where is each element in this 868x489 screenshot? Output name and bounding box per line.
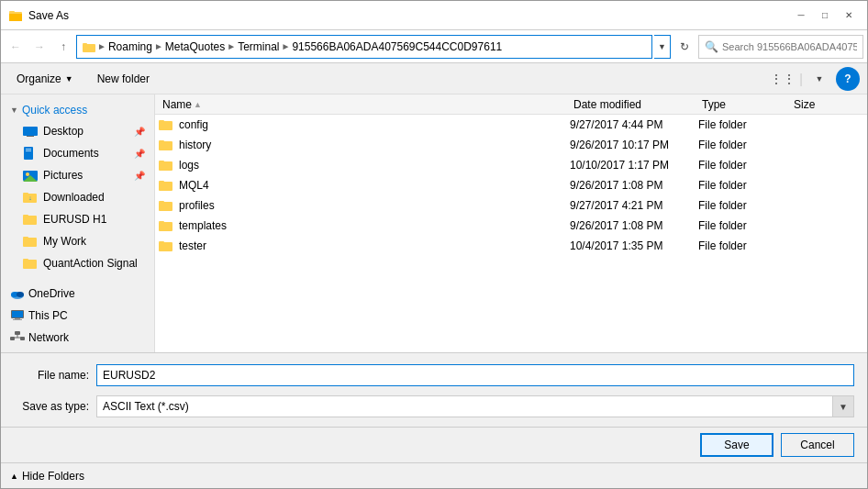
- sidebar-item-eurusd[interactable]: EURUSD H1: [1, 208, 154, 230]
- folder-icon: [159, 159, 173, 172]
- sidebar-quantaction-label: QuantAction Signal: [43, 257, 138, 270]
- file-list-header: Name ▲ Date modified Type Size: [155, 94, 867, 115]
- table-row[interactable]: templates9/26/2017 1:08 PMFile folder: [155, 216, 867, 236]
- svg-point-11: [26, 172, 29, 176]
- file-name-cell: profiles: [159, 199, 570, 212]
- minimize-button[interactable]: ─: [790, 6, 812, 26]
- title-bar: Save As ─ □ ✕: [1, 1, 867, 30]
- savetype-select[interactable]: ASCII Text (*.csv)CSV (*.csv)All Files (…: [96, 395, 854, 417]
- col-header-type[interactable]: Type: [698, 94, 790, 114]
- search-input[interactable]: [722, 41, 857, 52]
- eurusd-folder-icon: [23, 213, 38, 226]
- svg-rect-44: [159, 201, 164, 203]
- sidebar-item-quantaction[interactable]: QuantAction Signal: [1, 252, 154, 274]
- maximize-button[interactable]: □: [814, 6, 836, 26]
- hide-folders-label: Hide Folders: [22, 470, 84, 483]
- svg-rect-19: [23, 237, 28, 239]
- filename-row: File name:: [14, 362, 854, 388]
- table-row[interactable]: history9/26/2017 10:17 PMFile folder: [155, 135, 867, 155]
- sidebar-item-pictures[interactable]: Pictures 📌: [1, 164, 154, 186]
- network-header[interactable]: Network: [1, 326, 154, 348]
- downloaded-folder-icon: ↓: [23, 191, 38, 204]
- col-header-date[interactable]: Date modified: [570, 94, 698, 114]
- main-content: ▼ Quick access Desktop 📌 Documents 📌: [1, 94, 867, 352]
- file-type-cell: File folder: [698, 139, 790, 151]
- file-rows-container: config9/27/2017 4:44 PMFile folderhistor…: [155, 115, 867, 256]
- table-row[interactable]: config9/27/2017 4:44 PMFile folder: [155, 115, 867, 135]
- address-dropdown-button[interactable]: ▼: [654, 35, 671, 59]
- close-button[interactable]: ✕: [838, 6, 860, 26]
- quantaction-folder-icon: [23, 257, 38, 270]
- view-dropdown-button[interactable]: ▼: [807, 67, 832, 91]
- svg-rect-26: [12, 311, 23, 317]
- svg-rect-27: [15, 318, 20, 319]
- organize-button[interactable]: Organize ▼: [8, 67, 82, 91]
- svg-rect-35: [159, 121, 172, 130]
- file-type-cell: File folder: [698, 118, 790, 131]
- view-button[interactable]: ⋮⋮: [770, 67, 796, 91]
- svg-rect-47: [159, 242, 172, 251]
- table-row[interactable]: logs10/10/2017 1:17 PMFile folder: [155, 155, 867, 175]
- path-part-metaquotes: MetaQuotes: [165, 40, 225, 53]
- sidebar-item-mywork[interactable]: My Work: [1, 230, 154, 252]
- sidebar-item-desktop[interactable]: Desktop 📌: [1, 120, 154, 142]
- svg-rect-39: [159, 161, 172, 171]
- svg-rect-1: [9, 14, 22, 21]
- refresh-button[interactable]: ↻: [673, 35, 696, 59]
- svg-rect-14: [23, 193, 28, 194]
- this-pc-header[interactable]: This PC: [1, 304, 154, 326]
- svg-rect-37: [159, 141, 172, 150]
- save-button[interactable]: Save: [700, 433, 773, 457]
- table-row[interactable]: MQL49/26/2017 1:08 PMFile folder: [155, 175, 867, 195]
- svg-rect-3: [83, 44, 95, 52]
- svg-rect-46: [159, 221, 164, 223]
- table-row[interactable]: profiles9/27/2017 4:21 PMFile folder: [155, 195, 867, 216]
- cancel-button[interactable]: Cancel: [781, 433, 854, 457]
- new-folder-label: New folder: [97, 72, 150, 85]
- folder-icon: [159, 199, 173, 212]
- onedrive-icon: [10, 288, 25, 299]
- col-header-size[interactable]: Size: [790, 94, 863, 114]
- path-part-terminal: Terminal: [238, 40, 279, 53]
- sidebar-item-documents[interactable]: Documents 📌: [1, 142, 154, 164]
- svg-rect-20: [23, 260, 37, 269]
- sidebar-item-downloaded[interactable]: ↓ Downloaded: [1, 186, 154, 208]
- svg-rect-28: [13, 319, 22, 320]
- svg-rect-21: [23, 259, 28, 261]
- filename-input[interactable]: [96, 364, 854, 386]
- hide-folders-button[interactable]: ▲ Hide Folders: [10, 470, 84, 483]
- table-row[interactable]: tester10/4/2017 1:35 PMFile folder: [155, 236, 867, 256]
- forward-button[interactable]: →: [28, 36, 50, 58]
- dialog-title: Save As: [28, 9, 69, 22]
- back-button[interactable]: ←: [5, 36, 27, 58]
- file-type-cell: File folder: [698, 159, 790, 172]
- quick-access-header[interactable]: ▼ Quick access: [1, 98, 154, 120]
- col-header-name[interactable]: Name ▲: [159, 94, 570, 114]
- toolbar: Organize ▼ New folder ⋮⋮ | ▼ ?: [1, 63, 867, 94]
- svg-rect-38: [159, 140, 164, 142]
- new-folder-button[interactable]: New folder: [89, 67, 158, 91]
- pictures-pin-icon: 📌: [134, 171, 145, 181]
- svg-rect-45: [159, 222, 172, 231]
- address-path[interactable]: ► Roaming ► MetaQuotes ► Terminal ► 9155…: [76, 35, 652, 59]
- onedrive-header[interactable]: OneDrive: [1, 282, 154, 304]
- documents-pin-icon: 📌: [134, 149, 145, 159]
- svg-rect-2: [9, 11, 15, 13]
- file-name-cell: tester: [159, 239, 570, 252]
- svg-rect-29: [15, 331, 20, 335]
- svg-rect-6: [27, 136, 34, 137]
- file-type-cell: File folder: [698, 179, 790, 192]
- svg-rect-43: [159, 202, 172, 211]
- up-button[interactable]: ↑: [52, 36, 74, 58]
- savetype-label: Save as type:: [14, 400, 96, 413]
- title-icon: [8, 8, 23, 23]
- address-bar: ← → ↑ ► Roaming ► MetaQuotes ► Terminal …: [1, 30, 867, 63]
- bottom-form: File name: Save as type: ASCII Text (*.c…: [1, 352, 867, 427]
- help-button[interactable]: ?: [836, 67, 860, 91]
- svg-rect-4: [83, 43, 87, 45]
- search-box[interactable]: 🔍: [698, 35, 863, 59]
- svg-rect-17: [23, 215, 28, 217]
- search-icon: 🔍: [705, 40, 718, 53]
- svg-rect-48: [159, 241, 164, 243]
- svg-point-24: [17, 292, 24, 297]
